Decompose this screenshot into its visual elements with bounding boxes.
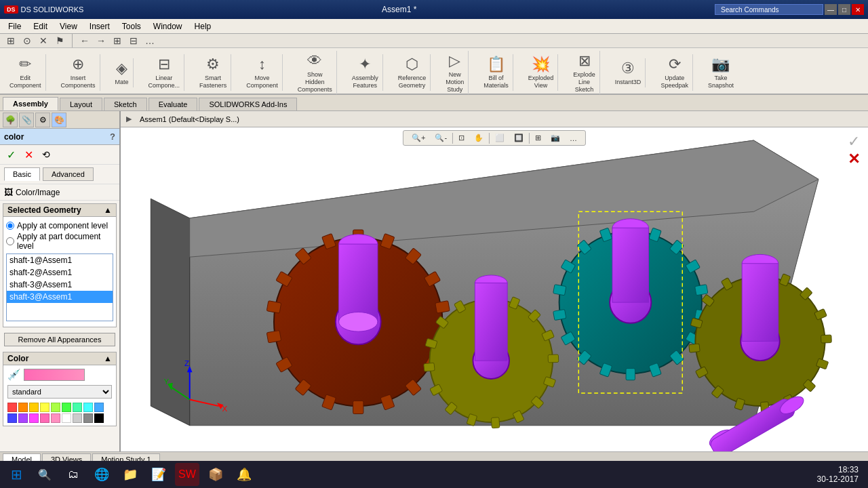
folder-button[interactable]: 📁 [118, 463, 142, 486]
tool-move[interactable]: ↕ MoveComponent [242, 54, 283, 91]
tool-instant3d[interactable]: ③ Instant3D [611, 58, 646, 87]
view-orient-button[interactable]: 🔲 [510, 132, 528, 144]
grid-icon[interactable]: ⊞ [111, 34, 124, 47]
tool-reference-geometry[interactable]: ⬡ ReferenceGeometry [394, 54, 431, 91]
tab-solidworks-addins[interactable]: SOLIDWORKS Add-Ins [199, 98, 297, 110]
accept-icon[interactable]: ✓ [4, 148, 18, 161]
geo-item-1[interactable]: shaft-2@Assem1 [7, 266, 113, 279]
minimize-button[interactable]: — [825, 4, 837, 15]
word-button[interactable]: 📝 [146, 463, 171, 486]
menu-window[interactable]: Window [148, 20, 188, 33]
panel-tab-display[interactable]: 🎨 [52, 113, 66, 127]
cancel-icon[interactable]: ✕ [22, 148, 35, 161]
solidworks-button[interactable]: SW [175, 463, 199, 486]
tool-explode-line[interactable]: ⊠ ExplodeLineSketch [569, 51, 600, 94]
tool-linear[interactable]: ⊟ LinearCompone... [144, 54, 185, 91]
swatch-7[interactable] [83, 403, 93, 412]
remove-all-button[interactable]: Remove All Appearances [4, 333, 115, 346]
tab-evaluate[interactable]: Evaluate [149, 98, 198, 110]
start-button[interactable]: ⊞ [4, 463, 28, 486]
search-box[interactable]: Search Commands [715, 4, 823, 15]
swatch-0[interactable] [7, 403, 17, 412]
more-icon[interactable]: … [143, 34, 157, 47]
menu-help[interactable]: Help [189, 20, 217, 33]
app-button-2[interactable]: 🔔 [232, 463, 256, 486]
radio-component-input[interactable] [6, 222, 14, 230]
color-image-section[interactable]: 🖼 Color/Image [0, 184, 119, 201]
tab-basic[interactable]: Basic [4, 167, 40, 181]
swatch-1[interactable] [18, 403, 28, 412]
swatch-4[interactable] [51, 403, 60, 412]
table-icon[interactable]: ⊟ [127, 34, 140, 47]
swatch-2[interactable] [29, 403, 39, 412]
pan-button[interactable]: ✋ [470, 132, 488, 144]
color-preview[interactable] [24, 369, 85, 381]
swatch-12[interactable] [40, 413, 50, 423]
tool-assembly-features[interactable]: ✦ AssemblyFeatures [348, 54, 383, 91]
camera-button[interactable]: 📷 [547, 132, 564, 144]
reset-icon[interactable]: ⟲ [39, 148, 53, 161]
swatch-9[interactable] [7, 413, 17, 423]
swatch-5[interactable] [62, 403, 71, 412]
zoom-in-button[interactable]: 🔍+ [408, 132, 429, 144]
geo-item-2[interactable]: shaft-3@Assem1 [7, 279, 113, 291]
tab-sketch[interactable]: Sketch [104, 98, 147, 110]
arrow-right-icon[interactable]: → [94, 34, 108, 47]
help-icon[interactable]: ? [110, 131, 115, 142]
eyedropper-icon[interactable]: 💉 [7, 368, 21, 381]
snap-icon[interactable]: ⊞ [4, 34, 18, 47]
menu-file[interactable]: File [3, 20, 26, 33]
cross-icon[interactable]: ✕ [37, 34, 50, 47]
display-style-button[interactable]: ⬜ [491, 132, 509, 144]
tab-advanced[interactable]: Advanced [43, 167, 94, 181]
close-button[interactable]: ✕ [852, 4, 864, 15]
collapse-icon[interactable]: ▲ [104, 205, 112, 215]
swatch-13[interactable] [51, 413, 60, 423]
color-collapse-icon[interactable]: ▲ [104, 354, 112, 363]
geo-item-3[interactable]: shaft-3@Assem1 [7, 291, 113, 303]
radio-part-input[interactable] [6, 237, 14, 245]
swatch-8[interactable] [94, 403, 104, 412]
close-button-overlay[interactable]: ✕ [848, 150, 860, 168]
search-button-taskbar[interactable]: 🔍 [33, 463, 57, 486]
swatch-14[interactable] [62, 413, 71, 423]
panel-tab-feature-tree[interactable]: 🌳 [3, 113, 18, 127]
tool-smart-fasteners[interactable]: ⚙ SmartFasteners [195, 54, 231, 91]
swatch-10[interactable] [18, 413, 28, 423]
tool-update-speedpak[interactable]: ⟳ UpdateSpeedpak [656, 54, 693, 91]
tool-bill-of-materials[interactable]: 📋 Bill ofMaterials [479, 54, 513, 91]
menu-insert[interactable]: Insert [84, 20, 115, 33]
section-view-button[interactable]: ⊞ [531, 132, 545, 144]
panel-tab-properties[interactable]: 📎 [19, 113, 34, 127]
swatch-16[interactable] [83, 413, 93, 423]
tool-take-snapshot[interactable]: 📷 TakeSnapshot [704, 54, 738, 91]
swatch-3[interactable] [40, 403, 50, 412]
app-button-1[interactable]: 📦 [203, 463, 228, 486]
menu-edit[interactable]: Edit [28, 20, 53, 33]
fit-view-button[interactable]: ⊡ [454, 132, 469, 144]
tool-exploded-view[interactable]: 💥 ExplodedView [524, 54, 559, 91]
swatch-15[interactable] [73, 413, 82, 423]
tool-insert-components[interactable]: ⊕ InsertComponents [57, 54, 100, 91]
standard-select[interactable]: standard [7, 385, 112, 399]
circle-icon[interactable]: ⊙ [20, 34, 34, 47]
swatch-6[interactable] [73, 403, 82, 412]
tab-assembly[interactable]: Assembly [3, 97, 58, 110]
zoom-out-button[interactable]: 🔍- [431, 132, 451, 144]
menu-tools[interactable]: Tools [117, 20, 146, 33]
arrow-left-icon[interactable]: ← [78, 34, 92, 47]
more-view-button[interactable]: … [566, 133, 581, 144]
edge-button[interactable]: 🌐 [90, 463, 114, 486]
tool-show-hidden[interactable]: 👁 ShowHiddenComponents [294, 51, 337, 94]
tool-new-motion[interactable]: ▷ NewMotionStudy [441, 51, 469, 94]
panel-tab-config[interactable]: ⚙ [35, 113, 50, 127]
swatch-17[interactable] [94, 413, 104, 423]
accept-button-overlay[interactable]: ✓ [848, 133, 860, 150]
taskview-button[interactable]: 🗂 [61, 463, 85, 486]
flag-icon[interactable]: ⚑ [53, 34, 66, 47]
maximize-button[interactable]: □ [838, 4, 850, 15]
geo-item-0[interactable]: shaft-1@Assem1 [7, 254, 113, 266]
menu-view[interactable]: View [54, 20, 83, 33]
tool-edit-component[interactable]: ✏ EditComponent [5, 54, 46, 91]
tool-mate[interactable]: ◈ Mate [111, 58, 134, 87]
